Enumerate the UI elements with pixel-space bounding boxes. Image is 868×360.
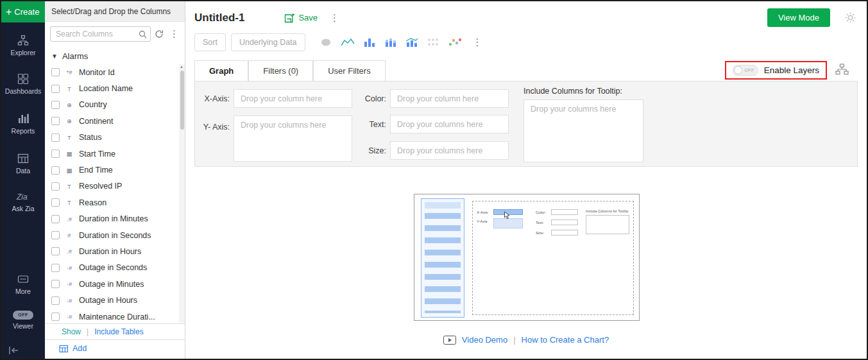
page-title[interactable]: Untitled-1 bbox=[194, 12, 244, 24]
underlying-data-button[interactable]: Underlying Data bbox=[231, 33, 305, 51]
column-row[interactable]: .#Duration in Minutes bbox=[51, 211, 185, 227]
column-checkbox[interactable] bbox=[51, 231, 60, 239]
viewer-toggle-icon[interactable]: OFF bbox=[13, 311, 33, 320]
columns-search-row: ⋮ bbox=[45, 22, 185, 46]
column-row[interactable]: .#Duration in Hours bbox=[51, 243, 185, 259]
toolbar-kebab-icon[interactable]: ⋮ bbox=[471, 37, 484, 48]
sidebar-item-dashboards[interactable]: Dashboards bbox=[1, 73, 45, 95]
sort-button[interactable]: Sort bbox=[194, 33, 226, 51]
column-row[interactable]: TResolved IP bbox=[51, 178, 185, 194]
links-divider: | bbox=[513, 335, 515, 345]
column-row[interactable]: ·#Outage in Minutes bbox=[51, 276, 185, 292]
video-icon[interactable] bbox=[443, 336, 456, 345]
text-label: Text: bbox=[357, 120, 386, 129]
collapse-sidebar-icon[interactable] bbox=[8, 345, 19, 358]
x-axis-dropzone[interactable] bbox=[234, 89, 352, 108]
text-dropzone[interactable] bbox=[390, 115, 509, 133]
sidebar-item-explorer[interactable]: Explorer bbox=[1, 35, 45, 56]
title-kebab-icon[interactable]: ⋮ bbox=[328, 12, 341, 24]
bubble-grid-icon[interactable] bbox=[427, 37, 439, 47]
add-row[interactable]: Add bbox=[45, 339, 185, 359]
sidebar-item-label: Explorer bbox=[10, 49, 35, 56]
table-group-label: Alarms bbox=[62, 51, 88, 61]
column-row[interactable]: ▦End Time bbox=[51, 162, 185, 178]
mini-size-label: Size: bbox=[536, 231, 544, 235]
color-dropzone[interactable] bbox=[390, 89, 509, 108]
column-checkbox[interactable] bbox=[51, 280, 60, 288]
column-checkbox[interactable] bbox=[51, 182, 60, 191]
combo-chart-icon[interactable] bbox=[405, 37, 418, 47]
svg-text:Zia: Zia bbox=[16, 193, 28, 201]
column-checkbox[interactable] bbox=[51, 198, 60, 207]
column-type-icon: # bbox=[64, 232, 74, 239]
columns-panel-title: Select/Drag and Drop the Columns bbox=[45, 1, 185, 22]
how-to-create-chart-link[interactable]: How to Create a Chart? bbox=[522, 335, 609, 345]
column-checkbox[interactable] bbox=[51, 117, 60, 125]
column-checkbox[interactable] bbox=[51, 264, 60, 272]
column-checkbox[interactable] bbox=[51, 313, 60, 321]
tab-filters[interactable]: Filters (0) bbox=[248, 60, 313, 81]
column-checkbox[interactable] bbox=[51, 247, 60, 255]
show-link[interactable]: Show bbox=[62, 327, 81, 336]
add-link[interactable]: Add bbox=[72, 344, 87, 353]
column-checkbox[interactable] bbox=[51, 215, 60, 223]
table-group-alarms[interactable]: ▼ Alarms bbox=[45, 46, 185, 64]
mini-tooltip-box bbox=[586, 215, 629, 234]
column-checkbox[interactable] bbox=[51, 296, 60, 305]
hierarchy-view-icon[interactable] bbox=[835, 64, 849, 78]
y-axis-dropzone[interactable] bbox=[234, 116, 352, 162]
mini-x-axis-label: X-Axis bbox=[477, 210, 488, 214]
column-row[interactable]: TReason bbox=[51, 194, 185, 210]
column-row[interactable]: TLocation Name bbox=[51, 80, 185, 96]
column-checkbox[interactable] bbox=[51, 150, 60, 158]
scroll-up-icon[interactable]: ▲ bbox=[180, 65, 183, 69]
chart-canvas: X-Axis Y-Axis Color: Text: Size: Include… bbox=[185, 167, 867, 359]
view-mode-button[interactable]: View Mode bbox=[767, 8, 830, 27]
chevron-down-icon: ▼ bbox=[51, 53, 58, 60]
scrollbar-thumb[interactable] bbox=[180, 71, 184, 130]
columns-panel: Select/Drag and Drop the Columns ⋮ ▼ Ala… bbox=[45, 1, 185, 359]
include-tables-link[interactable]: Include Tables bbox=[94, 327, 144, 336]
column-checkbox[interactable] bbox=[51, 85, 60, 93]
create-button[interactable]: + Create bbox=[1, 1, 45, 22]
column-row[interactable]: ·#Outage in Seconds bbox=[51, 260, 185, 276]
column-row[interactable]: #Duration in Seconds bbox=[51, 227, 185, 243]
column-row[interactable]: ▦Start Time bbox=[51, 146, 185, 162]
tooltip-dropzone[interactable] bbox=[523, 99, 643, 162]
save-button[interactable]: Save bbox=[284, 13, 318, 23]
title-row: Untitled-1 Save ⋮ View Mode bbox=[185, 1, 867, 28]
tab-user-filters[interactable]: User Filters bbox=[313, 60, 385, 81]
bar-chart-icon[interactable] bbox=[363, 37, 376, 47]
column-type-icon: .# bbox=[64, 248, 74, 255]
column-row[interactable]: TStatus bbox=[51, 130, 185, 146]
scatter-chart-icon[interactable] bbox=[448, 37, 462, 47]
sidebar-item-reports[interactable]: Reports bbox=[1, 113, 45, 135]
column-checkbox[interactable] bbox=[51, 133, 60, 142]
enable-layers-toggle[interactable]: OFF bbox=[733, 65, 758, 76]
column-row[interactable]: ⊕Continent bbox=[51, 113, 185, 129]
sidebar-item-more[interactable]: More bbox=[1, 273, 45, 295]
refresh-icon[interactable] bbox=[155, 30, 164, 39]
search-input[interactable] bbox=[51, 27, 150, 41]
sidebar-item-ask-zia[interactable]: Zia Ask Zia bbox=[1, 191, 45, 212]
tab-graph[interactable]: Graph bbox=[194, 60, 248, 81]
video-demo-link[interactable]: Video Demo bbox=[462, 335, 507, 345]
line-chart-icon[interactable] bbox=[341, 37, 355, 47]
columns-menu-kebab-icon[interactable]: ⋮ bbox=[167, 28, 181, 40]
column-list-scrollbar[interactable]: ▲ bbox=[179, 64, 185, 323]
explorer-icon bbox=[17, 35, 29, 46]
column-checkbox[interactable] bbox=[51, 101, 60, 109]
sidebar-item-viewer[interactable]: OFF Viewer bbox=[1, 311, 45, 330]
column-row[interactable]: ·#Maintenance Durati... bbox=[51, 309, 185, 323]
column-list: *#Monitor Id TLocation Name ⊕Country ⊕Co… bbox=[45, 64, 185, 323]
column-checkbox[interactable] bbox=[51, 166, 60, 175]
size-dropzone[interactable] bbox=[390, 141, 509, 160]
column-row[interactable]: ⊕Country bbox=[51, 97, 185, 113]
column-checkbox[interactable] bbox=[51, 68, 60, 76]
bubble-chart-icon[interactable] bbox=[319, 37, 332, 47]
column-row[interactable]: *#Monitor Id bbox=[51, 64, 185, 80]
stacked-bar-chart-icon[interactable] bbox=[384, 37, 397, 47]
sidebar-item-data[interactable]: Data bbox=[1, 153, 45, 175]
column-row[interactable]: ·#Outage in Hours bbox=[51, 292, 185, 308]
settings-gear-icon[interactable] bbox=[844, 12, 856, 24]
